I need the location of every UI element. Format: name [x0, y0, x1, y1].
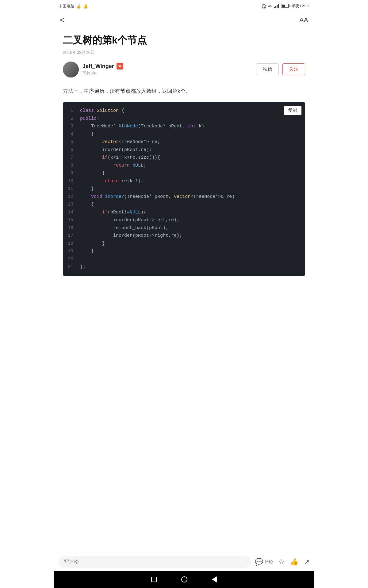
share-action[interactable]: ↗ [304, 558, 309, 566]
code-line-4: 4 { [63, 130, 305, 138]
code-line-11: 11 } [63, 185, 305, 193]
svg-rect-6 [282, 5, 285, 7]
code-line-12: 12 void inorder(TreeNode* pRoot, vector<… [63, 193, 305, 201]
top-nav: < AA [54, 12, 314, 28]
signal-icon: 🔒 [76, 4, 81, 9]
star-icon: ☆ [278, 558, 285, 566]
code-line-7: 7 if(k<1||k>re.size()){ [63, 154, 305, 162]
author-name: Jeff_Winger [82, 63, 123, 70]
code-line-16: 16 re.push_back(pRoot); [63, 224, 305, 232]
code-line-3: 3 TreeNode* KthNode(TreeNode* pRoot, int… [63, 123, 305, 130]
author-meta: 码龄3年 [82, 70, 123, 76]
article-date: 2018年09月26日 [63, 50, 305, 55]
status-left: 中国电信 🔒 🔔 [59, 3, 88, 9]
author-row: Jeff_Winger 码龄3年 私信 关注 [63, 62, 305, 77]
author-info: Jeff_Winger 码龄3年 [63, 62, 123, 77]
bottom-actions: 💬 评论 ☆ 👍 ↗ [255, 558, 309, 566]
article-body: 方法一，中序遍历，所有节点都放入数组，返回第k个。 复制 1 class Sol… [63, 87, 305, 276]
code-line-2: 2 public: [63, 115, 305, 123]
comment-input[interactable] [59, 556, 251, 568]
code-line-5: 5 vector<TreeNode*> re; [63, 138, 305, 146]
svg-rect-1 [275, 6, 276, 8]
code-line-13: 13 { [63, 201, 305, 209]
author-actions: 私信 关注 [256, 63, 305, 75]
code-line-9: 9 } [63, 169, 305, 177]
android-nav-bar [54, 571, 314, 588]
android-back-button[interactable] [212, 576, 217, 582]
follow-button[interactable]: 关注 [282, 63, 305, 75]
copy-button[interactable]: 复制 [284, 106, 301, 115]
svg-rect-0 [274, 7, 275, 8]
code-line-18: 18 } [63, 240, 305, 248]
code-line-21: 21 }; [63, 263, 305, 271]
code-line-19: 19 } [63, 247, 305, 255]
svg-rect-2 [277, 5, 278, 8]
code-line-10: 10 return re[k-1]; [63, 177, 305, 185]
bottom-bar: 💬 评论 ☆ 👍 ↗ [54, 553, 314, 571]
status-right: 🎧 4G 半夜12:13 [261, 3, 309, 9]
comment-action[interactable]: 💬 评论 [255, 558, 273, 566]
article-text: 方法一，中序遍历，所有节点都放入数组，返回第k个。 [63, 87, 305, 96]
android-recents-button[interactable] [151, 577, 157, 582]
author-details: Jeff_Winger 码龄3年 [82, 63, 123, 76]
code-line-8: 8 return NULL; [63, 162, 305, 170]
android-home-button[interactable] [181, 576, 187, 582]
code-block: 复制 1 class Solution { 2 public: 3 TreeNo… [63, 102, 305, 276]
svg-rect-3 [278, 4, 279, 8]
avatar [63, 62, 79, 77]
code-line-20: 20 [63, 255, 305, 263]
like-icon: 👍 [290, 558, 298, 566]
time: 半夜12:13 [291, 3, 309, 9]
article-container: 二叉树的第k个节点 2018年09月26日 Jeff_Winger 码龄3年 [54, 28, 314, 553]
status-bar: 中国电信 🔒 🔔 🎧 4G 半夜12:13 [54, 0, 314, 12]
author-badge-icon [117, 63, 123, 70]
share-icon: ↗ [304, 558, 309, 566]
comment-icon: 💬 [255, 558, 263, 566]
comment-label: 评论 [264, 559, 273, 565]
battery-icon [282, 4, 289, 9]
article-title: 二叉树的第k个节点 [63, 34, 305, 47]
headphone-icon: 🎧 [261, 4, 266, 9]
back-button[interactable]: < [60, 15, 64, 25]
line-num-1: 1 [63, 107, 78, 115]
code-line-15: 15 inorder(pRoot->left,re); [63, 216, 305, 224]
message-button[interactable]: 私信 [256, 63, 279, 75]
code-line-17: 17 inorder(pRoot->right,re); [63, 232, 305, 240]
carrier-text: 中国电信 [59, 3, 75, 9]
signal-bars [274, 4, 280, 9]
code-line-1: 1 class Solution { [63, 107, 305, 115]
font-size-button[interactable]: AA [299, 16, 308, 24]
code-table: 1 class Solution { 2 public: 3 TreeNode*… [63, 107, 305, 271]
line-code-1: class Solution { [78, 107, 305, 115]
network-icon: 4G [268, 4, 273, 8]
star-action[interactable]: ☆ [278, 558, 285, 566]
code-line-14: 14 if(pRoot!=NULL){ [63, 209, 305, 217]
svg-rect-5 [289, 5, 289, 7]
bell-icon: 🔔 [83, 4, 88, 9]
like-action[interactable]: 👍 [290, 558, 298, 566]
code-line-6: 6 inorder(pRoot,re); [63, 146, 305, 154]
